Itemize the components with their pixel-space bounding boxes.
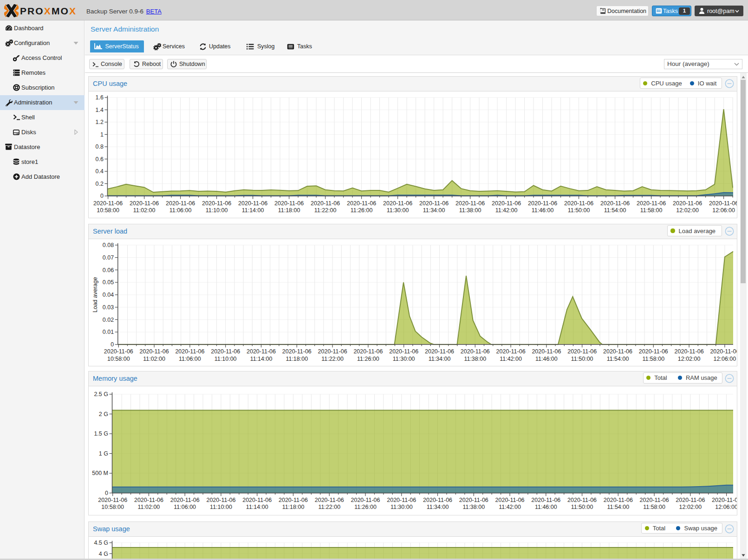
svg-text:2020-11-06: 2020-11-06 (318, 348, 347, 355)
svg-text:11:10:00: 11:10:00 (206, 207, 228, 214)
svg-text:1.4: 1.4 (96, 107, 104, 113)
svg-text:11:26:00: 11:26:00 (357, 356, 379, 362)
svg-text:11:22:00: 11:22:00 (318, 504, 340, 510)
svg-text:2020-11-06: 2020-11-06 (134, 497, 163, 503)
svg-text:2020-11-06: 2020-11-06 (564, 200, 593, 207)
svg-text:2020-11-06: 2020-11-06 (675, 348, 704, 355)
svg-text:12:06:00: 12:06:00 (715, 504, 737, 510)
svg-text:11:14:00: 11:14:00 (242, 207, 264, 214)
svg-text:2020-11-06: 2020-11-06 (423, 497, 452, 503)
svg-text:2.5 G: 2.5 G (94, 391, 108, 397)
svg-text:2020-11-06: 2020-11-06 (709, 200, 737, 207)
svg-text:11:46:00: 11:46:00 (535, 356, 558, 362)
svg-text:11:58:00: 11:58:00 (642, 356, 664, 362)
svg-text:11:18:00: 11:18:00 (282, 504, 305, 510)
svg-text:2020-11-06: 2020-11-06 (170, 497, 200, 503)
svg-text:11:54:00: 11:54:00 (604, 207, 626, 214)
svg-text:2020-11-06: 2020-11-06 (140, 348, 169, 355)
svg-text:2020-11-06: 2020-11-06 (639, 348, 668, 355)
svg-text:11:30:00: 11:30:00 (387, 207, 409, 214)
svg-text:2020-11-06: 2020-11-06 (247, 348, 276, 355)
svg-text:12:02:00: 12:02:00 (679, 504, 702, 510)
svg-text:11:06:00: 11:06:00 (179, 356, 201, 362)
svg-text:2020-11-06: 2020-11-06 (528, 200, 557, 207)
svg-text:11:54:00: 11:54:00 (607, 356, 629, 362)
svg-text:2020-11-06: 2020-11-06 (93, 200, 123, 207)
svg-text:2020-11-06: 2020-11-06 (603, 348, 632, 355)
svg-text:11:14:00: 11:14:00 (246, 504, 268, 510)
svg-text:2020-11-06: 2020-11-06 (175, 348, 204, 355)
svg-text:2020-11-06: 2020-11-06 (274, 200, 304, 207)
svg-text:11:54:00: 11:54:00 (607, 504, 629, 510)
svg-text:11:22:00: 11:22:00 (321, 356, 344, 362)
svg-text:0: 0 (100, 193, 104, 199)
svg-text:11:18:00: 11:18:00 (278, 207, 300, 214)
svg-text:11:10:00: 11:10:00 (210, 504, 232, 510)
svg-text:11:38:00: 11:38:00 (464, 356, 486, 362)
svg-text:2020-11-06: 2020-11-06 (383, 200, 412, 207)
svg-text:2020-11-06: 2020-11-06 (600, 200, 630, 207)
svg-text:2020-11-06: 2020-11-06 (567, 497, 597, 503)
svg-text:0.07: 0.07 (103, 254, 114, 261)
svg-text:0.01: 0.01 (103, 329, 114, 336)
svg-text:0: 0 (105, 490, 108, 496)
svg-text:2020-11-06: 2020-11-06 (637, 200, 666, 207)
svg-text:11:46:00: 11:46:00 (532, 207, 554, 214)
svg-text:11:10:00: 11:10:00 (215, 356, 237, 362)
svg-text:1.5 G: 1.5 G (94, 430, 108, 437)
svg-text:11:14:00: 11:14:00 (250, 356, 273, 362)
svg-text:2020-11-06: 2020-11-06 (311, 200, 340, 207)
svg-text:12:02:00: 12:02:00 (678, 356, 701, 362)
svg-text:2020-11-06: 2020-11-06 (673, 200, 702, 207)
svg-text:4 G: 4 G (99, 550, 108, 557)
svg-text:2020-11-06: 2020-11-06 (104, 348, 133, 355)
svg-text:11:58:00: 11:58:00 (643, 504, 665, 510)
svg-text:0.04: 0.04 (103, 292, 114, 298)
svg-text:2020-11-06: 2020-11-06 (98, 497, 127, 503)
svg-text:0.08: 0.08 (103, 242, 114, 248)
svg-text:11:42:00: 11:42:00 (495, 207, 518, 214)
svg-text:2020-11-06: 2020-11-06 (495, 497, 525, 503)
svg-text:2020-11-06: 2020-11-06 (279, 497, 308, 503)
svg-text:2020-11-06: 2020-11-06 (206, 497, 235, 503)
svg-text:11:58:00: 11:58:00 (640, 207, 663, 214)
svg-text:2020-11-06: 2020-11-06 (425, 348, 454, 355)
svg-text:2020-11-06: 2020-11-06 (455, 200, 485, 207)
svg-text:2020-11-06: 2020-11-06 (712, 497, 737, 503)
svg-text:1.2: 1.2 (96, 119, 104, 125)
svg-text:11:30:00: 11:30:00 (393, 356, 415, 362)
svg-text:11:26:00: 11:26:00 (354, 504, 377, 510)
svg-text:11:02:00: 11:02:00 (133, 207, 156, 214)
svg-text:10:58:00: 10:58:00 (97, 207, 119, 214)
svg-text:11:06:00: 11:06:00 (169, 207, 192, 214)
svg-text:Load average: Load average (92, 277, 98, 313)
svg-text:11:02:00: 11:02:00 (143, 356, 165, 362)
svg-text:11:34:00: 11:34:00 (427, 504, 449, 510)
svg-text:1 G: 1 G (99, 450, 108, 457)
svg-text:2020-11-06: 2020-11-06 (532, 348, 561, 355)
svg-text:2020-11-06: 2020-11-06 (387, 497, 416, 503)
svg-text:2 G: 2 G (99, 411, 108, 417)
svg-text:10:58:00: 10:58:00 (107, 356, 130, 362)
svg-text:12:06:00: 12:06:00 (712, 207, 735, 214)
svg-text:2020-11-06: 2020-11-06 (640, 497, 669, 503)
svg-text:0.2: 0.2 (96, 181, 104, 187)
svg-text:4.5 G: 4.5 G (94, 540, 108, 546)
svg-text:0.05: 0.05 (103, 280, 114, 286)
svg-text:2020-11-06: 2020-11-06 (211, 348, 240, 355)
svg-text:11:22:00: 11:22:00 (314, 207, 337, 214)
svg-text:2020-11-06: 2020-11-06 (353, 348, 383, 355)
svg-text:2020-11-06: 2020-11-06 (710, 348, 737, 355)
svg-text:0.6: 0.6 (96, 156, 104, 163)
svg-text:11:34:00: 11:34:00 (429, 356, 451, 362)
svg-text:500 M: 500 M (92, 470, 108, 476)
svg-text:2020-11-06: 2020-11-06 (166, 200, 195, 207)
svg-text:2020-11-06: 2020-11-06 (347, 200, 376, 207)
svg-text:0.02: 0.02 (103, 317, 114, 323)
svg-text:11:18:00: 11:18:00 (286, 356, 308, 362)
svg-text:2020-11-06: 2020-11-06 (130, 200, 159, 207)
svg-text:11:46:00: 11:46:00 (535, 504, 557, 510)
svg-text:11:30:00: 11:30:00 (390, 504, 413, 510)
svg-text:11:50:00: 11:50:00 (571, 356, 593, 362)
svg-text:2020-11-06: 2020-11-06 (242, 497, 272, 503)
